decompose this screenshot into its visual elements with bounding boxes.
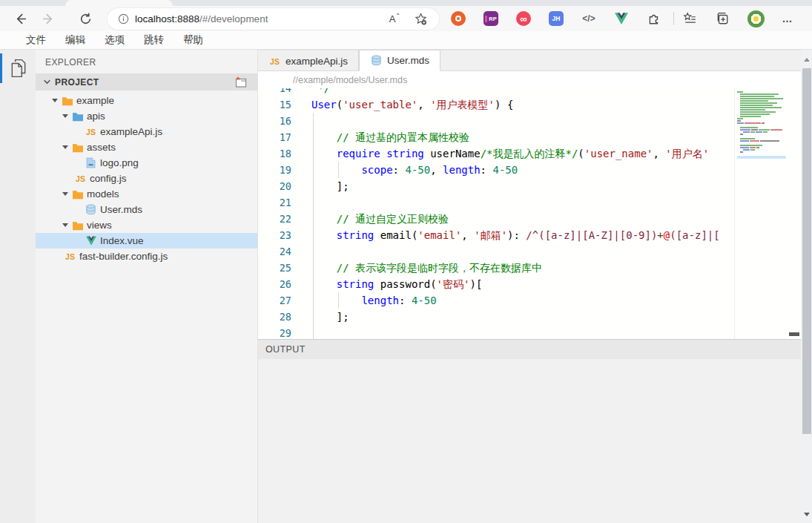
tree-item-user-mds[interactable]: User.mds [36, 202, 257, 217]
code-line-23[interactable]: 23 string email('email', '邮箱'): /^([a-z]… [258, 227, 733, 243]
avatar[interactable] [747, 10, 765, 27]
project-section-header[interactable]: PROJECT [36, 73, 257, 91]
code-line-25[interactable]: 25 // 表示该字段是临时字段，不存在数据库中 [258, 260, 733, 276]
tree-item-example[interactable]: example [36, 93, 257, 108]
file-tree: exampleapisJSexampleApi.jsassetslogo.png… [36, 91, 257, 264]
minimap-line [737, 138, 786, 139]
code-line-14[interactable]: 14 */ [258, 88, 733, 96]
back-icon[interactable] [10, 9, 30, 28]
code-line-16[interactable]: 16 [258, 113, 733, 129]
extension-code-icon[interactable]: </> [581, 11, 596, 26]
folder-orange-icon [61, 95, 73, 107]
menu-item[interactable]: 编辑 [65, 33, 85, 47]
code-line-21[interactable]: 21 [258, 194, 733, 211]
tree-item-exampleapi-js[interactable]: JSexampleApi.js [36, 124, 257, 139]
editor-region: JSexampleApi.jsUser.mds //example/models… [258, 50, 801, 523]
minimap-line [737, 122, 786, 124]
scrollbar-down-icon[interactable] [804, 513, 810, 516]
explorer-files-icon[interactable] [10, 59, 27, 78]
editor-tab-user-mds[interactable]: User.mds [359, 50, 440, 71]
code-line-29[interactable]: 29 [258, 325, 733, 339]
new-file-icon[interactable] [234, 76, 248, 88]
minimap[interactable] [734, 88, 788, 339]
extension-jh-icon[interactable]: JH [549, 11, 564, 26]
breadcrumb[interactable]: //example/models/User.mds [258, 71, 801, 88]
extension-rp-icon[interactable]: RP [483, 11, 498, 26]
favorites-bar-icon[interactable] [682, 11, 697, 26]
vue-icon [85, 235, 97, 247]
expand-caret-icon[interactable] [61, 114, 70, 118]
tree-item-assets[interactable]: assets [36, 139, 257, 155]
code-editor[interactable]: 14 */15User('user_table', '用户表模型') {1617… [258, 88, 801, 339]
minimap-line [737, 100, 786, 102]
editor-tab-exampleapi-js[interactable]: JSexampleApi.js [258, 50, 359, 72]
forward-icon[interactable] [39, 9, 58, 28]
tree-item-label: models [87, 188, 119, 200]
minimap-line [737, 151, 786, 153]
code-line-27[interactable]: 27 length: 4-50 [258, 292, 733, 309]
output-panel-body [258, 359, 801, 523]
minimap-cursor-line [737, 156, 786, 159]
expand-caret-icon[interactable] [61, 223, 70, 227]
favorite-star-icon[interactable] [415, 13, 427, 25]
menu-item[interactable]: 帮助 [183, 33, 203, 47]
tab-label: User.mds [387, 55, 429, 66]
refresh-icon[interactable] [76, 9, 95, 28]
code-line-22[interactable]: 22 // 通过自定义正则校验 [258, 211, 733, 227]
minimap-line [737, 96, 786, 97]
tree-item-fast-builder-config-js[interactable]: JSfast-builder.config.js [36, 249, 257, 264]
folder-orange-icon [71, 142, 84, 154]
tree-item-apis[interactable]: apis [36, 108, 257, 124]
scrollbar-up-icon[interactable] [804, 58, 810, 62]
scrollbar-thumb[interactable] [802, 68, 811, 434]
editor-scrollbar-thumb[interactable] [789, 332, 799, 336]
url-text[interactable]: localhost:8888/#/development [135, 13, 268, 24]
expand-caret-icon[interactable] [50, 99, 59, 102]
code-line-20[interactable]: 20 ]; [258, 178, 733, 194]
code-line-15[interactable]: 15User('user_table', '用户表模型') { [258, 96, 733, 113]
indent-guide [313, 178, 314, 194]
collections-icon[interactable] [715, 11, 730, 26]
menu-item[interactable]: 跳转 [144, 33, 164, 47]
minimap-line [737, 111, 786, 113]
settings-more-icon[interactable]: … [780, 11, 795, 26]
tree-item-models[interactable]: models [36, 186, 257, 202]
tree-item-config-js[interactable]: JSconfig.js [36, 171, 257, 186]
minimap-line [737, 118, 786, 119]
extensions-puzzle-icon[interactable] [647, 11, 661, 26]
extension-vue-icon[interactable] [614, 11, 629, 26]
tree-item-label: User.mds [100, 204, 142, 215]
expand-caret-icon[interactable] [61, 145, 70, 149]
tree-item-label: fast-builder.config.js [79, 251, 168, 262]
tree-item-index-vue[interactable]: Index.vue [36, 233, 257, 249]
line-number: 15 [258, 96, 291, 113]
menu-item[interactable]: 选项 [105, 33, 125, 47]
project-section-label: PROJECT [55, 77, 99, 88]
code-line-24[interactable]: 24 [258, 243, 733, 260]
tree-item-label: views [87, 220, 112, 231]
read-aloud-icon[interactable]: A⌃ [389, 13, 400, 24]
minimap-line [737, 116, 786, 117]
minimap-line [737, 93, 786, 95]
expand-caret-icon[interactable] [61, 192, 70, 196]
indent-guide [338, 292, 339, 309]
extension-orange-icon[interactable] [451, 11, 466, 26]
browser-tab-fragment[interactable] [65, 0, 173, 6]
address-bar[interactable]: localhost:8888/#/development A⌃ [108, 8, 439, 30]
site-info-icon[interactable] [118, 13, 129, 24]
minimap-line [737, 91, 786, 93]
code-line-19[interactable]: 19 scope: 4-50, length: 4-50 [258, 162, 733, 178]
output-panel-header[interactable]: OUTPUT [258, 339, 801, 359]
code-line-28[interactable]: 28 ]; [258, 309, 733, 325]
code-line-26[interactable]: 26 string password('密码')[ [258, 276, 733, 292]
code-line-18[interactable]: 18 require string userName/*我是乱入的注释*/('u… [258, 145, 733, 162]
tree-item-label: exampleApi.js [100, 126, 162, 137]
tree-item-views[interactable]: views [36, 217, 257, 233]
tree-item-logo-png[interactable]: logo.png [36, 155, 257, 171]
page-scrollbar[interactable] [801, 50, 812, 523]
minimap-line [737, 107, 786, 108]
menu-item[interactable]: 文件 [26, 33, 46, 47]
code-line-17[interactable]: 17 // 通过基的内置本属性校验 [258, 129, 733, 145]
indent-guide [313, 260, 314, 276]
extension-infinity-icon[interactable]: ∞ [516, 11, 531, 26]
